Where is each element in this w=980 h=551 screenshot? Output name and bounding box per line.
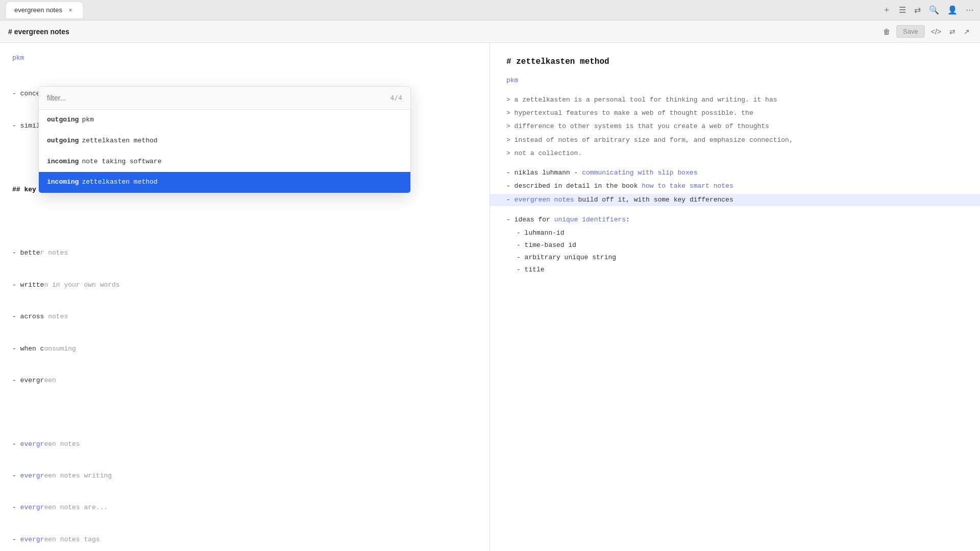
blockquote-2: > hypertextual features to make a web of… — [506, 108, 964, 119]
keyword-outgoing-1: outgoing — [47, 115, 79, 126]
preview-tag[interactable]: pkm — [506, 75, 964, 86]
item-rest-3: note taking software — [82, 157, 161, 167]
evergr-link-1[interactable]: evergr — [20, 440, 44, 448]
app-title: # evergreen notes — [8, 28, 877, 36]
keyword-outgoing-2: outgoing — [47, 136, 79, 146]
tab-close-button[interactable]: × — [66, 6, 75, 14]
trash-icon[interactable]: 🗑 — [881, 26, 892, 38]
search-icon[interactable]: 🔍 — [929, 5, 939, 15]
evergr-link-2[interactable]: evergr — [20, 472, 44, 480]
dropdown-item-4[interactable]: incoming zettelkasten method — [39, 172, 410, 193]
browser-chrome: evergreen notes × ＋ ☰ ⇄ 🔍 👤 ⋯ — [0, 0, 980, 20]
evergr-link-3[interactable]: evergr — [20, 504, 44, 511]
preview-blockquotes: > a zettelkasten is a personal tool for … — [506, 94, 964, 159]
account-icon[interactable]: 👤 — [947, 5, 958, 15]
editor-line: - evergreen notes writing — [12, 471, 477, 482]
blockquote-3: > difference to other systems is that yo… — [506, 121, 964, 132]
preview-pane[interactable]: # zettelkasten method pkm > a zettelkast… — [490, 43, 980, 551]
dropdown-list: outgoing pkm outgoing zettelkasten metho… — [39, 110, 410, 193]
sync-icon[interactable]: ⇄ — [914, 5, 921, 15]
keyword-incoming-4: incoming — [47, 177, 79, 188]
editor-line: - evergreen notes are... — [12, 503, 477, 513]
browser-actions: ＋ ☰ ⇄ 🔍 👤 ⋯ — [883, 5, 974, 15]
dropdown-item-2[interactable]: outgoing zettelkasten method — [39, 131, 410, 152]
main-layout: pkm - concepts - similarities ## key con… — [0, 43, 980, 551]
editor-pane[interactable]: pkm - concepts - similarities ## key con… — [0, 43, 490, 551]
blockquote-4: > instead of notes of arbitrary size and… — [506, 135, 964, 146]
editor-line: - written in your own words — [12, 280, 477, 291]
link-communicating[interactable]: communicating with slip boxes — [582, 169, 697, 177]
link-unique-identifiers[interactable]: unique identifiers — [554, 216, 626, 223]
preview-heading: # zettelkasten method — [506, 55, 964, 69]
browser-tab[interactable]: evergreen notes × — [6, 2, 83, 18]
preview-list: - niklas luhmann - communicating with sl… — [506, 167, 964, 206]
filter-input[interactable] — [47, 87, 390, 109]
link-evergreen[interactable]: evergreen notes — [514, 196, 574, 204]
editor-line — [12, 407, 477, 418]
preview-ideas: - ideas for unique identifiers: - luhman… — [506, 214, 964, 276]
idea-4: - title — [517, 264, 964, 276]
menu-icon[interactable]: ☰ — [899, 5, 906, 15]
list-item-3-highlighted: - evergreen notes build off it, with som… — [490, 194, 980, 206]
ideas-list: - luhmann-id - time-based id - arbitrary… — [517, 228, 964, 276]
editor-line: - better notes — [12, 248, 477, 259]
item-rest-2: zettelkasten method — [82, 136, 157, 146]
evergr-link-4[interactable]: evergr — [20, 536, 44, 543]
more-icon[interactable]: ⋯ — [966, 5, 974, 15]
link-icon[interactable]: ⇄ — [947, 26, 958, 38]
editor-line: - when consuming — [12, 344, 477, 355]
filter-bar: 4/4 — [39, 87, 410, 110]
list-item-2: - described in detail in the book how to… — [506, 181, 964, 192]
keyword-incoming-3: incoming — [47, 157, 79, 167]
editor-line — [12, 216, 477, 227]
blockquote-5: > not a collection. — [506, 148, 964, 159]
list-item-1: - niklas luhmann - communicating with sl… — [506, 167, 964, 179]
link-smart-notes[interactable]: how to take smart notes — [642, 182, 733, 190]
dropdown-panel: 4/4 outgoing pkm outgoing zettelkasten m… — [38, 86, 411, 193]
editor-line: - across notes — [12, 312, 477, 322]
item-rest-4: zettelkasten method — [82, 177, 157, 188]
code-icon[interactable]: </> — [929, 26, 943, 38]
idea-2: - time-based id — [517, 240, 964, 251]
app-toolbar: # evergreen notes 🗑 Save </> ⇄ ↗ — [0, 20, 980, 43]
idea-1: - luhmann-id — [517, 228, 964, 239]
app-container: # evergreen notes 🗑 Save </> ⇄ ↗ pkm - c… — [0, 20, 980, 551]
dropdown-item-3[interactable]: incoming note taking software — [39, 152, 410, 172]
editor-line: - evergreen — [12, 375, 477, 386]
external-link-icon[interactable]: ↗ — [962, 26, 972, 38]
editor-line: - evergreen notes tags — [12, 535, 477, 545]
editor-line: - evergreen notes — [12, 439, 477, 450]
idea-3: - arbitrary unique string — [517, 252, 964, 263]
blockquote-1: > a zettelkasten is a personal tool for … — [506, 94, 964, 106]
new-tab-icon[interactable]: ＋ — [883, 5, 891, 15]
item-rest-1: pkm — [82, 115, 93, 126]
tab-title: evergreen notes — [14, 6, 62, 14]
dropdown-item-1[interactable]: outgoing pkm — [39, 110, 410, 131]
filter-count: 4/4 — [390, 93, 402, 104]
ideas-heading: - ideas for unique identifiers: — [506, 214, 964, 226]
save-button[interactable]: Save — [896, 25, 925, 38]
pkm-link[interactable]: pkm — [12, 54, 24, 62]
